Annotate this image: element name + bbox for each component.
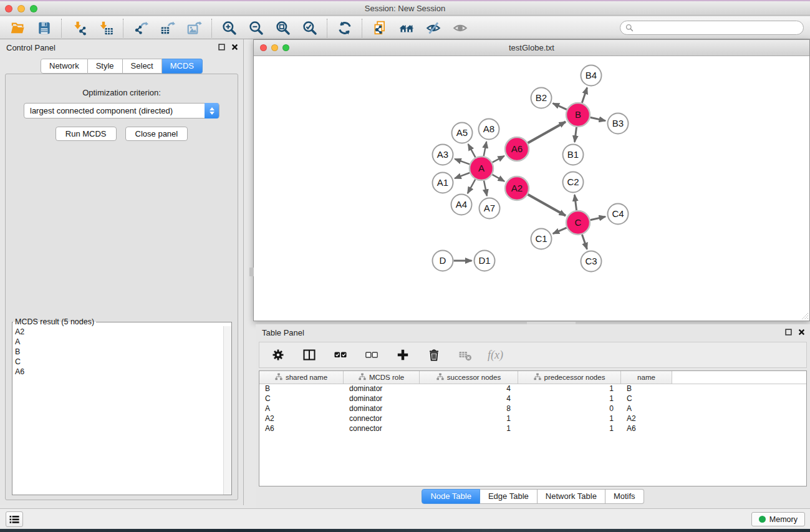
table-cell[interactable]: 0: [518, 404, 621, 414]
network-vertical-scrollbar[interactable]: [249, 268, 254, 276]
graph-edge-A-A2[interactable]: [492, 175, 504, 181]
graph-edge-C-C2[interactable]: [575, 195, 577, 210]
export-network-icon[interactable]: [132, 19, 149, 36]
column-header-successor-nodes[interactable]: successor nodes: [420, 371, 518, 384]
hide-details-icon[interactable]: [425, 19, 441, 36]
table-cell[interactable]: B: [621, 384, 672, 394]
column-header-MCDS-role[interactable]: MCDS role: [344, 371, 420, 384]
function-builder-icon[interactable]: f(x): [488, 347, 503, 364]
search-input[interactable]: [637, 24, 798, 32]
clear-selection-icon[interactable]: [363, 347, 380, 364]
tab-style[interactable]: Style: [88, 59, 123, 74]
select-all-icon[interactable]: [332, 347, 349, 364]
table-cell[interactable]: dominator: [344, 404, 420, 414]
table-cell[interactable]: A6: [259, 424, 344, 433]
table-row[interactable]: A6connector11A6: [259, 423, 806, 433]
mcds-result-item[interactable]: A2: [15, 327, 231, 337]
home-icon[interactable]: [398, 19, 415, 36]
float-panel-icon[interactable]: [218, 44, 225, 51]
tab-network[interactable]: Network: [41, 59, 88, 74]
table-row[interactable]: A2connector11A2: [259, 414, 806, 423]
tab-edge-table[interactable]: Edge Table: [480, 489, 538, 504]
tab-node-table[interactable]: Node Table: [422, 489, 480, 504]
graph-edge-A2-C[interactable]: [528, 195, 566, 216]
zoom-selected-icon[interactable]: [301, 19, 318, 36]
zoom-fit-icon[interactable]: [274, 19, 291, 36]
table-cell[interactable]: C: [621, 394, 672, 404]
graph-edge-A-A6[interactable]: [493, 156, 504, 162]
column-header-predecessor-nodes[interactable]: predecessor nodes: [518, 371, 621, 384]
table-cell[interactable]: 1: [420, 414, 518, 423]
open-session-icon[interactable]: [9, 19, 26, 36]
graph-edge-C-C1[interactable]: [553, 228, 567, 234]
table-cell[interactable]: 4: [420, 384, 518, 394]
table-cell[interactable]: B: [259, 384, 344, 394]
graph-edge-A-A1[interactable]: [455, 173, 470, 178]
export-table-icon[interactable]: [159, 19, 176, 36]
table-cell[interactable]: 1: [518, 414, 621, 423]
table-cell[interactable]: connector: [344, 414, 420, 423]
table-cell[interactable]: C: [259, 394, 344, 404]
import-table-icon[interactable]: [97, 19, 114, 36]
table-cell[interactable]: A: [259, 404, 344, 414]
mcds-result-item[interactable]: C: [15, 357, 231, 367]
table-cell[interactable]: dominator: [344, 394, 420, 404]
graph-edge-A-A5[interactable]: [468, 144, 476, 157]
save-session-icon[interactable]: [36, 19, 52, 36]
delete-icon[interactable]: [425, 347, 442, 364]
table-row[interactable]: Cdominator41C: [259, 394, 806, 404]
network-canvas[interactable]: B4B2BB3A8A5A6A3B1AA1C2A2A4A7C4CC1DD1C3: [254, 56, 809, 321]
tab-select[interactable]: Select: [123, 59, 162, 74]
zoom-in-icon[interactable]: [221, 19, 238, 36]
graph-edge-C-C3[interactable]: [582, 235, 587, 249]
mcds-result-item[interactable]: A6: [15, 367, 231, 377]
network-document-icon[interactable]: [371, 19, 388, 36]
add-icon[interactable]: [394, 347, 411, 364]
search-box[interactable]: [620, 21, 804, 35]
columns-icon[interactable]: [301, 347, 317, 364]
resize-grip[interactable]: [800, 311, 809, 320]
select-arrows-icon[interactable]: [205, 103, 219, 118]
show-details-icon[interactable]: [451, 19, 468, 36]
graph-edge-A-A7[interactable]: [484, 181, 487, 196]
float-table-panel-icon[interactable]: [785, 329, 792, 336]
table-cell[interactable]: connector: [344, 424, 420, 433]
graph-edge-B-B1[interactable]: [575, 127, 577, 142]
close-panel-icon[interactable]: [231, 44, 238, 51]
criterion-select[interactable]: largest connected component (directed): [24, 103, 219, 118]
table-cell[interactable]: 1: [518, 424, 621, 433]
tab-network-table[interactable]: Network Table: [538, 489, 605, 504]
mcds-result-item[interactable]: A: [15, 337, 231, 347]
table-cell[interactable]: dominator: [344, 384, 420, 394]
zoom-out-icon[interactable]: [248, 19, 264, 36]
delete-table-icon[interactable]: [456, 347, 473, 364]
close-table-panel-icon[interactable]: [798, 329, 805, 336]
table-row[interactable]: Adominator80A: [259, 404, 806, 414]
graph-edge-C-C4[interactable]: [591, 216, 605, 220]
settings-icon[interactable]: [269, 347, 286, 364]
mcds-list-scrollbar[interactable]: [223, 326, 231, 495]
network-graph[interactable]: B4B2BB3A8A5A6A3B1AA1C2A2A4A7C4CC1DD1C3: [254, 56, 809, 321]
graph-edge-B-B2[interactable]: [553, 104, 567, 110]
table-cell[interactable]: 1: [420, 424, 518, 433]
network-view-window[interactable]: testGlobe.txt B4B2BB3A8A5A6A3B1AA1C2A2A4…: [253, 39, 810, 321]
table-cell[interactable]: A: [621, 404, 672, 414]
tab-motifs[interactable]: Motifs: [605, 489, 644, 504]
graph-edge-A-A8[interactable]: [484, 142, 486, 156]
column-header-shared-name[interactable]: shared name: [259, 371, 344, 384]
table-cell[interactable]: 8: [420, 404, 518, 414]
mcds-result-item[interactable]: B: [15, 347, 231, 357]
column-header-name[interactable]: name: [621, 371, 672, 384]
table-cell[interactable]: A2: [259, 414, 344, 423]
task-history-button[interactable]: [6, 511, 23, 527]
table-cell[interactable]: A2: [621, 414, 672, 423]
table-cell[interactable]: A6: [621, 424, 672, 433]
table-cell[interactable]: 1: [518, 394, 621, 404]
tab-mcds[interactable]: MCDS: [162, 59, 203, 74]
refresh-icon[interactable]: [336, 19, 353, 36]
graph-edge-B-B4[interactable]: [582, 87, 587, 103]
table-cell[interactable]: 1: [518, 384, 621, 394]
close-panel-button[interactable]: Close panel: [125, 127, 188, 141]
graph-edge-A-A3[interactable]: [455, 159, 470, 164]
graph-edge-A6-B[interactable]: [528, 122, 566, 143]
